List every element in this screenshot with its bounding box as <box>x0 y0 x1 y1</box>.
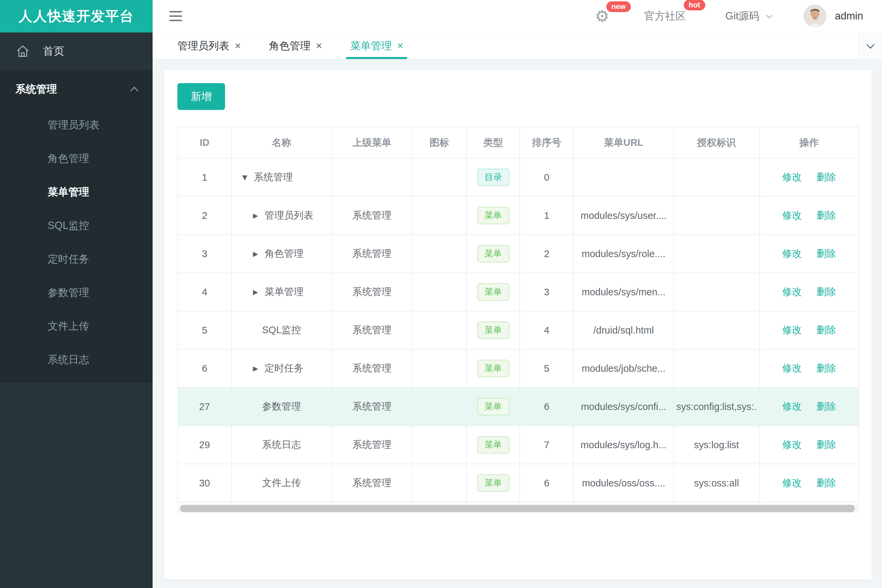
delete-link[interactable]: 删除 <box>817 439 836 450</box>
type-badge: 菜单 <box>477 207 509 224</box>
cell-parent: 系统管理 <box>332 350 412 387</box>
cell-type: 菜单 <box>466 464 520 502</box>
delete-link[interactable]: 删除 <box>817 248 836 259</box>
add-button[interactable]: 新增 <box>177 83 225 110</box>
expand-arrow-icon[interactable]: ▶ <box>252 250 259 258</box>
modify-link[interactable]: 修改 <box>782 477 801 488</box>
cell-parent: 系统管理 <box>332 311 412 350</box>
modify-link[interactable]: 修改 <box>782 439 801 450</box>
sidebar-item[interactable]: 菜单管理 <box>0 176 153 209</box>
cell-name: ▶ 管理员列表 <box>231 196 332 235</box>
modify-link[interactable]: 修改 <box>782 248 801 259</box>
cell-actions: 修改 删除 <box>759 464 859 502</box>
cell-name: 系统日志 <box>231 426 332 464</box>
tab-label: 角色管理 <box>269 39 311 53</box>
cell-url: modules/sys/user.... <box>574 196 674 235</box>
modify-link[interactable]: 修改 <box>782 324 801 335</box>
cell-sort: 6 <box>520 464 574 502</box>
tab-bar: 管理员列表 × 角色管理 × 菜单管理 × <box>153 33 882 59</box>
cell-icon <box>412 387 466 426</box>
sidebar-item[interactable]: 定时任务 <box>0 242 153 276</box>
cell-icon <box>412 426 466 464</box>
cell-icon <box>412 158 466 196</box>
chevron-down-icon <box>866 40 874 49</box>
column-header: 类型 <box>466 127 520 158</box>
close-icon[interactable]: × <box>397 40 403 52</box>
sidebar-home-label: 首页 <box>43 44 65 58</box>
app-root: 人人快速开发平台 首页 系统管理 管理员列表 角色管理 菜单管理 SQL监控 定… <box>0 0 882 588</box>
column-header: 排序号 <box>520 127 574 158</box>
sidebar-section-system[interactable]: 系统管理 <box>0 70 153 108</box>
avatar-image <box>804 5 826 27</box>
cell-url: modules/sys/men... <box>574 273 674 311</box>
column-header: 操作 <box>759 127 859 158</box>
menu-name: 系统管理 <box>254 171 293 184</box>
sidebar-item[interactable]: 系统日志 <box>0 343 153 376</box>
cell-sort: 3 <box>520 273 574 311</box>
tab[interactable]: 菜单管理 × <box>336 33 417 59</box>
delete-link[interactable]: 删除 <box>817 324 836 335</box>
delete-link[interactable]: 删除 <box>817 363 836 374</box>
menu-toggle-button[interactable] <box>167 9 184 23</box>
settings-button[interactable]: ⚙ new <box>595 7 609 26</box>
cell-url: modules/oss/oss.... <box>574 464 674 502</box>
horizontal-scrollbar <box>177 504 859 513</box>
modify-link[interactable]: 修改 <box>782 210 801 220</box>
sidebar-item[interactable]: 参数管理 <box>0 276 153 309</box>
table-row: 30 文件上传 系统管理 菜单 6 modules/oss/oss.... sy… <box>178 464 859 502</box>
cell-actions: 修改 删除 <box>759 273 859 311</box>
column-header: 名称 <box>231 127 332 158</box>
scrollbar-thumb[interactable] <box>180 505 855 512</box>
cell-url: modules/sys/role.... <box>574 235 674 273</box>
type-badge: 菜单 <box>477 474 509 492</box>
table-row: 27 参数管理 系统管理 菜单 6 modules/sys/confi... s… <box>178 387 859 426</box>
type-badge: 菜单 <box>477 436 509 453</box>
table-row: 3 ▶ 角色管理 系统管理 菜单 2 modules/sys/role.... … <box>178 235 859 273</box>
sidebar-item[interactable]: 角色管理 <box>0 142 153 176</box>
cell-auth <box>674 350 759 387</box>
modify-link[interactable]: 修改 <box>782 363 801 374</box>
git-source-link[interactable]: Git源码 <box>726 9 771 23</box>
cell-url: modules/job/sche... <box>574 350 674 387</box>
sidebar-item[interactable]: SQL监控 <box>0 209 153 242</box>
user-name[interactable]: admin <box>835 10 863 22</box>
cell-type: 菜单 <box>466 235 520 273</box>
delete-link[interactable]: 删除 <box>817 477 836 488</box>
close-icon[interactable]: × <box>235 40 241 52</box>
avatar[interactable] <box>804 5 826 27</box>
modify-link[interactable]: 修改 <box>782 172 801 182</box>
expand-arrow-icon[interactable]: ▶ <box>252 212 259 220</box>
menu-name: 定时任务 <box>264 362 304 375</box>
cell-url: modules/sys/confi... <box>574 387 674 426</box>
expand-arrow-icon[interactable]: ▶ <box>252 288 259 296</box>
close-icon[interactable]: × <box>316 40 322 52</box>
cell-actions: 修改 删除 <box>759 235 859 273</box>
sidebar-item-home[interactable]: 首页 <box>0 33 153 70</box>
tab[interactable]: 管理员列表 × <box>163 33 255 59</box>
cell-name: 参数管理 <box>231 387 332 426</box>
menu-name: 菜单管理 <box>264 285 304 299</box>
expand-arrow-icon[interactable]: ▼ <box>241 173 248 182</box>
community-link[interactable]: 官方社区 hot <box>644 9 686 23</box>
modify-link[interactable]: 修改 <box>782 286 801 297</box>
table-row: 4 ▶ 菜单管理 系统管理 菜单 3 modules/sys/men... 修改… <box>178 273 859 311</box>
cell-sort: 0 <box>520 158 574 196</box>
sidebar-item[interactable]: 文件上传 <box>0 309 153 343</box>
menu-name: 系统日志 <box>262 438 301 452</box>
expand-arrow-icon[interactable]: ▶ <box>252 364 259 372</box>
delete-link[interactable]: 删除 <box>817 401 836 412</box>
tab-overflow-button[interactable] <box>858 33 882 59</box>
cell-icon <box>412 464 466 502</box>
delete-link[interactable]: 删除 <box>817 210 836 220</box>
modify-link[interactable]: 修改 <box>782 401 801 412</box>
delete-link[interactable]: 删除 <box>817 172 836 182</box>
cell-icon <box>412 311 466 350</box>
delete-link[interactable]: 删除 <box>817 286 836 297</box>
cell-sort: 5 <box>520 350 574 387</box>
tab[interactable]: 角色管理 × <box>255 33 336 59</box>
sidebar-item[interactable]: 管理员列表 <box>0 108 153 142</box>
table-header-row: ID名称上级菜单图标类型排序号菜单URL授权标识操作 <box>178 127 859 158</box>
menu-name: 管理员列表 <box>264 209 313 222</box>
menu-table: ID名称上级菜单图标类型排序号菜单URL授权标识操作 1 ▼ 系统管理 目录 0… <box>177 127 859 502</box>
menu-management-panel: 新增 ID名称上级菜单图标类型排序号菜单URL授权标识操作 1 ▼ 系统管理 目… <box>164 69 872 580</box>
